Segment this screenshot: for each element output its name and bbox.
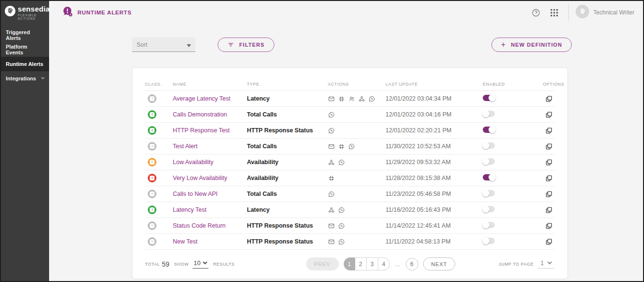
sidebar-item-triggered-alerts[interactable]: Triggered Alerts (1, 28, 49, 42)
copy-icon[interactable] (545, 238, 553, 246)
options-cell (545, 111, 555, 119)
copy-icon[interactable] (545, 174, 553, 182)
last-update: 11/29/2022 09:53:32 AM (386, 159, 483, 166)
whatsapp-icon (368, 95, 375, 103)
copy-icon[interactable] (545, 142, 553, 151)
email-icon (328, 143, 335, 150)
new-definition-button[interactable]: + NEW DEFINITION (491, 38, 572, 52)
options-cell (545, 190, 555, 198)
show-select[interactable]: 10 (193, 259, 208, 269)
alert-name-link[interactable]: Low Availability (173, 159, 247, 166)
alert-name-link[interactable]: HTTP Response Test (173, 127, 247, 134)
enabled-toggle[interactable] (483, 206, 495, 212)
table-row: !Calls DemonstrationTotal Calls12/01/202… (145, 107, 555, 123)
sidebar-nav: Triggered Alerts Platform Events Runtime… (1, 28, 49, 86)
apps-grid-icon[interactable] (545, 9, 564, 17)
help-icon[interactable] (527, 8, 545, 17)
copy-icon[interactable] (545, 95, 553, 103)
enabled-toggle[interactable] (483, 142, 495, 149)
table-row: !HTTP Response TestHTTP Response Status1… (145, 123, 555, 139)
alert-name-link[interactable]: Test Alert (173, 143, 247, 150)
filters-button[interactable]: FILTERS (218, 38, 274, 52)
page-button-4[interactable]: 4 (378, 257, 390, 270)
col-name: NAME (173, 82, 247, 87)
enabled-toggle[interactable] (483, 174, 495, 180)
class-badge: ! (145, 126, 173, 135)
enabled-cell (483, 94, 543, 103)
alert-name-link[interactable]: Latency Test (173, 206, 247, 213)
prev-button[interactable]: PREV (306, 257, 339, 270)
user-menu[interactable]: Technical Writer (576, 5, 634, 20)
enabled-toggle[interactable] (483, 222, 495, 228)
enabled-toggle[interactable] (483, 111, 495, 117)
last-update: 12/01/2022 03:04:34 PM (386, 95, 483, 102)
alert-name-link[interactable]: Very Low Availability (173, 175, 247, 181)
sidebar-item-runtime-alerts[interactable]: Runtime Alerts (1, 57, 49, 71)
alert-type: Latency (247, 95, 328, 102)
alert-name-link[interactable]: New Test (173, 238, 247, 245)
alert-type: Availability (247, 159, 328, 166)
sort-select[interactable]: Sort (132, 38, 195, 52)
enabled-toggle[interactable] (483, 190, 495, 196)
page-group: 1234 (344, 257, 390, 270)
enabled-toggle[interactable] (483, 127, 495, 133)
enabled-cell (483, 190, 543, 198)
alert-name-link[interactable]: Average Latency Test (173, 95, 247, 102)
show-label: SHOW (174, 262, 189, 267)
pager: PREV 1234 ... 6 NEXT (306, 257, 455, 270)
col-last-update: LAST UPDATE (386, 82, 483, 87)
pagination-bar: TOTAL 59 SHOW 10 RESULTS PREV 1234 ... 6… (145, 257, 555, 270)
alert-name-link[interactable]: Calls to New API (173, 191, 247, 197)
options-cell (545, 142, 555, 151)
whatsapp-icon (338, 159, 345, 166)
avatar (576, 5, 589, 20)
last-update: 11/16/2022 05:16:43 PM (386, 206, 483, 213)
last-page-button[interactable]: 6 (406, 258, 418, 270)
user-name: Technical Writer (593, 9, 634, 16)
last-update: 12/01/2022 02:20:21 PM (386, 127, 483, 134)
options-cell (545, 95, 555, 103)
whatsapp-icon (338, 206, 345, 214)
topbar: RUNTIME ALERTS Technical Writer (49, 1, 643, 24)
teams-icon (348, 95, 355, 103)
runtime-alert-icon (62, 6, 73, 19)
whatsapp-icon (348, 143, 355, 150)
options-cell (545, 158, 555, 167)
options-cell (545, 222, 555, 230)
copy-icon[interactable] (545, 111, 553, 119)
whatsapp-icon (338, 238, 345, 245)
total-value: 59 (162, 260, 169, 268)
copy-icon[interactable] (545, 206, 553, 214)
alert-name-link[interactable]: Calls Demonstration (173, 111, 247, 118)
options-cell (545, 127, 555, 135)
next-button[interactable]: NEXT (423, 257, 455, 270)
page-button-2[interactable]: 2 (355, 257, 367, 270)
action-icons (328, 127, 386, 134)
copy-icon[interactable] (545, 127, 553, 135)
enabled-toggle[interactable] (483, 95, 495, 101)
alert-type: HTTP Response Status (247, 222, 328, 229)
class-badge: ! (145, 190, 173, 198)
last-update: 11/28/2022 08:15:38 AM (386, 175, 483, 181)
copy-icon[interactable] (545, 190, 553, 198)
page-button-3[interactable]: 3 (367, 257, 378, 270)
page-button-1[interactable]: 1 (344, 257, 355, 270)
table-row: !Very Low AvailabilityAvailability11/28/… (145, 170, 555, 186)
action-icons (328, 191, 386, 198)
copy-icon[interactable] (545, 158, 553, 167)
sidebar-item-platform-events[interactable]: Platform Events (1, 42, 49, 57)
plus-icon: + (501, 41, 506, 49)
enabled-toggle[interactable] (483, 238, 495, 244)
enabled-cell (483, 174, 543, 182)
alert-type: HTTP Response Status (247, 238, 328, 245)
copy-icon[interactable] (545, 222, 553, 230)
jump-page-select[interactable]: 1 (538, 259, 554, 269)
table-row: !Test AlertTotal Calls11/30/2022 10:52:5… (145, 139, 555, 154)
enabled-toggle[interactable] (483, 158, 495, 165)
enabled-cell (483, 142, 543, 151)
alert-name-link[interactable]: Status Code Return (173, 222, 247, 229)
whatsapp-icon (338, 222, 345, 230)
sidebar-item-integrations[interactable]: Integrations (1, 71, 49, 86)
brand-title: sensedia (18, 5, 50, 13)
chevron-down-icon (40, 76, 45, 81)
